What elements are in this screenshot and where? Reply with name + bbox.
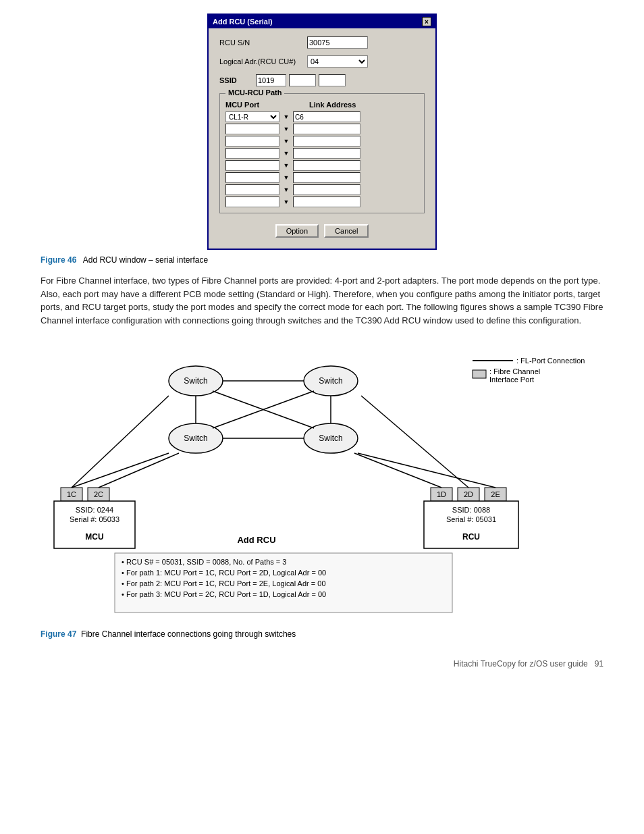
svg-line-37 <box>72 453 169 488</box>
mcu-link-input-2[interactable] <box>293 136 360 147</box>
mcu-link-input-1[interactable] <box>293 124 360 134</box>
mcu-link-input-0[interactable] <box>293 111 360 122</box>
svg-text:Switch: Switch <box>319 376 342 386</box>
mcu-port-select-0[interactable]: CL1-R <box>225 111 279 122</box>
svg-text:MCU: MCU <box>85 532 103 542</box>
rcu-sn-row: RCU S/N <box>219 36 425 49</box>
mcu-row-5: ▼ <box>225 172 419 183</box>
mcu-port-input-1[interactable] <box>225 124 279 134</box>
close-button[interactable]: × <box>422 17 431 26</box>
footer-page: 91 <box>595 659 603 669</box>
svg-text:• For path 3: MCU Port = 2C, R: • For path 3: MCU Port = 2C, RCU Port = … <box>122 590 326 598</box>
ssid-label: SSID <box>219 76 253 84</box>
svg-text:1D: 1D <box>437 490 446 498</box>
ssid-input1[interactable] <box>256 74 286 86</box>
figure47-caption-text: Fibre Channel interface connections goin… <box>79 629 296 639</box>
svg-text:Switch: Switch <box>184 434 207 443</box>
ssid-input3[interactable] <box>319 74 346 86</box>
figure46-caption-text: Add RCU window – serial interface <box>83 255 208 265</box>
svg-line-41 <box>361 396 468 488</box>
svg-text:Switch: Switch <box>319 434 342 443</box>
dropdown-arrow-5: ▼ <box>282 174 290 181</box>
mcu-port-input-7[interactable] <box>225 197 279 207</box>
mcu-port-input-2[interactable] <box>225 136 279 147</box>
svg-text:• For path 2: MCU Port = 1C, R: • For path 2: MCU Port = 1C, RCU Port = … <box>122 579 326 588</box>
mcu-row-3: ▼ <box>225 148 419 159</box>
rcu-sn-input[interactable] <box>307 36 368 49</box>
add-rcu-dialog: Add RCU (Serial) × RCU S/N Logical Adr.(… <box>207 14 437 250</box>
mcu-link-input-5[interactable] <box>293 172 360 183</box>
svg-text:2E: 2E <box>491 490 500 498</box>
network-diagram: : FL-Port Connection : Fibre Channel Int… <box>41 340 603 624</box>
ssid-row: SSID <box>219 74 425 86</box>
svg-line-38 <box>99 453 179 488</box>
mcu-port-input-3[interactable] <box>225 148 279 159</box>
dropdown-arrow-2: ▼ <box>282 138 290 145</box>
dialog-wrapper: Add RCU (Serial) × RCU S/N Logical Adr.(… <box>41 14 603 250</box>
svg-text:Serial #: 05033: Serial #: 05033 <box>70 515 119 523</box>
dialog-titlebar: Add RCU (Serial) × <box>209 15 435 28</box>
logical-adr-label: Logical Adr.(RCU CU#) <box>219 57 307 66</box>
page-footer: Hitachi TrueCopy for z/OS user guide 91 <box>41 659 603 669</box>
mcu-rcu-headers: MCU Port Link Address <box>225 101 419 109</box>
svg-text:: FL-Port Connection: : FL-Port Connection <box>516 357 585 365</box>
dropdown-arrow-1: ▼ <box>282 126 290 132</box>
dropdown-arrow-3: ▼ <box>282 150 290 157</box>
mcu-port-input-6[interactable] <box>225 184 279 195</box>
mcu-port-col-header: MCU Port <box>225 101 293 109</box>
cancel-button[interactable]: Cancel <box>324 224 369 238</box>
svg-line-39 <box>72 396 169 488</box>
figure47-label: Figure 47 <box>41 629 76 639</box>
mcu-row-1: ▼ <box>225 124 419 134</box>
dialog-buttons: Option Cancel <box>219 221 425 240</box>
svg-text:Serial #: 05031: Serial #: 05031 <box>446 515 496 523</box>
option-button[interactable]: Option <box>275 224 319 238</box>
dropdown-arrow-0: ▼ <box>282 113 290 120</box>
dialog-body: RCU S/N Logical Adr.(RCU CU#) 04 SSID MC… <box>209 28 435 249</box>
figure47-caption: Figure 47 Fibre Channel interface connec… <box>41 629 603 639</box>
diagram-container: : FL-Port Connection : Fibre Channel Int… <box>41 340 603 624</box>
mcu-row-2: ▼ <box>225 136 419 147</box>
mcu-rcu-path-label: MCU-RCU Path <box>225 88 284 97</box>
svg-text:Switch: Switch <box>184 376 207 386</box>
figure46-caption: Figure 46 Add RCU window – serial interf… <box>41 255 603 265</box>
mcu-link-input-3[interactable] <box>293 148 360 159</box>
dropdown-arrow-6: ▼ <box>282 186 290 193</box>
svg-text:SSID: 0088: SSID: 0088 <box>452 506 490 514</box>
figure46-text <box>79 255 81 265</box>
svg-text:Add RCU: Add RCU <box>237 535 275 545</box>
link-address-col-header: Link Address <box>309 101 390 109</box>
dropdown-arrow-4: ▼ <box>282 162 290 169</box>
ssid-input2[interactable] <box>289 74 316 86</box>
mcu-row-7: ▼ <box>225 197 419 207</box>
svg-rect-2 <box>473 370 486 378</box>
mcu-row-0: CL1-R ▼ <box>225 111 419 122</box>
mcu-link-input-6[interactable] <box>293 184 360 195</box>
mcu-link-input-4[interactable] <box>293 160 360 171</box>
svg-text:• RCU S# = 05031, SSID = 0088,: • RCU S# = 05031, SSID = 0088, No. of Pa… <box>122 558 286 566</box>
dialog-title: Add RCU (Serial) <box>213 18 273 26</box>
svg-text:2D: 2D <box>464 490 473 498</box>
logical-adr-row: Logical Adr.(RCU CU#) 04 <box>219 55 425 68</box>
svg-text:Interface Port: Interface Port <box>489 375 534 384</box>
body-paragraph: For Fibre Channel interface, two types o… <box>41 274 603 327</box>
mcu-row-6: ▼ <box>225 184 419 195</box>
svg-text:: Fibre Channel: : Fibre Channel <box>489 367 540 375</box>
mcu-port-input-4[interactable] <box>225 160 279 171</box>
footer-text: Hitachi TrueCopy for z/OS user guide <box>454 659 588 669</box>
rcu-sn-label: RCU S/N <box>219 38 307 47</box>
svg-text:SSID: 0244: SSID: 0244 <box>76 506 113 514</box>
svg-line-42 <box>358 453 495 488</box>
mcu-row-4: ▼ <box>225 160 419 171</box>
svg-text:1C: 1C <box>67 490 76 498</box>
figure46-label: Figure 46 <box>41 255 76 265</box>
svg-text:RCU: RCU <box>462 532 480 542</box>
mcu-link-input-7[interactable] <box>293 197 360 207</box>
mcu-rcu-path-group: MCU-RCU Path MCU Port Link Address CL1-R… <box>219 93 425 213</box>
logical-adr-select[interactable]: 04 <box>307 55 368 68</box>
mcu-port-input-5[interactable] <box>225 172 279 183</box>
svg-text:• For path 1: MCU Port = 1C, R: • For path 1: MCU Port = 1C, RCU Port = … <box>122 569 326 577</box>
svg-text:2C: 2C <box>94 490 103 498</box>
dropdown-arrow-7: ▼ <box>282 199 290 205</box>
